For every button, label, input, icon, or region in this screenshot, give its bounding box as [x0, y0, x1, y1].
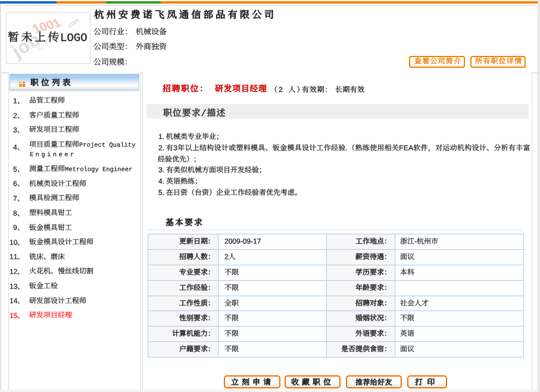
svg-text:.com: .com [65, 17, 81, 30]
